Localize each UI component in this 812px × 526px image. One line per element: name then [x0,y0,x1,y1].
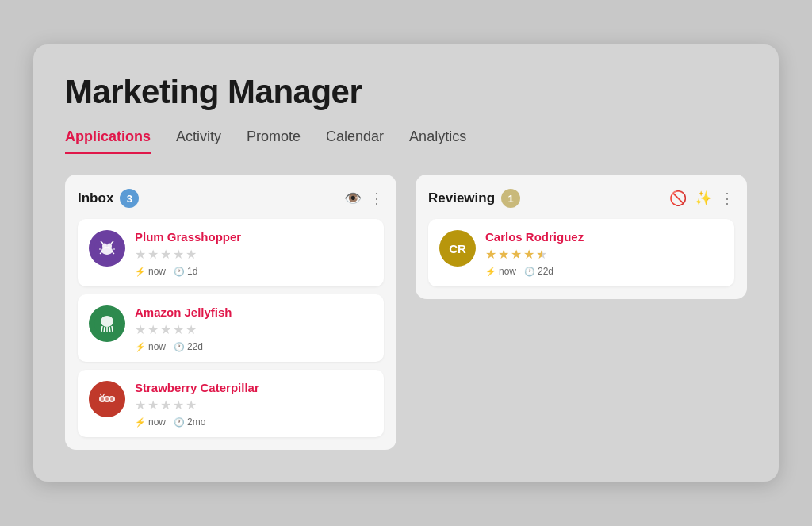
svg-point-2 [102,244,107,249]
star-4[interactable]: ★ [173,397,184,413]
ban-icon[interactable]: 🚫 [669,190,687,207]
applicant-info: Carlos Rodriguez ★ ★ ★ ★ ★ ⚡ now [485,230,723,277]
page-title: Marketing Manager [65,73,747,111]
reviewing-title: Reviewing [428,190,495,206]
clock-icon: 🕐 [174,342,185,352]
avatar [89,230,125,267]
applicant-info: Amazon Jellyfish ★ ★ ★ ★ ★ ⚡ now [135,305,373,352]
star-3[interactable]: ★ [160,397,171,413]
star-5[interactable]: ★ [536,247,547,262]
bolt-icon: ⚡ [485,267,496,277]
svg-line-15 [109,327,110,332]
inbox-menu-icon[interactable]: ⋮ [370,190,384,207]
main-card: Marketing Manager Applications Activity … [33,44,779,482]
duration: 🕐 22d [524,266,553,277]
applicant-name: Carlos Rodriguez [485,230,723,244]
activity-label: now [148,341,166,352]
star-3[interactable]: ★ [160,247,171,262]
duration-label: 22d [187,341,203,352]
star-2[interactable]: ★ [498,247,509,262]
avatar [89,305,125,342]
activity-time: ⚡ now [135,341,166,352]
star-1[interactable]: ★ [135,397,146,413]
inbox-header: Inbox 3 👁️ ⋮ [78,189,384,208]
tab-calendar[interactable]: Calendar [326,129,384,154]
star-4[interactable]: ★ [523,247,534,262]
star-3[interactable]: ★ [511,247,522,262]
inbox-column: Inbox 3 👁️ ⋮ [65,175,396,450]
svg-line-16 [112,326,113,332]
star-4[interactable]: ★ [173,322,184,337]
applicant-info: Plum Grasshopper ★ ★ ★ ★ ★ ⚡ now [135,230,373,277]
activity-label: now [499,266,516,277]
star-3[interactable]: ★ [160,322,171,337]
duration: 🕐 2mo [174,417,205,428]
star-2[interactable]: ★ [147,247,159,262]
avatar: CR [439,230,476,267]
reviewing-menu-icon[interactable]: ⋮ [720,190,734,207]
svg-point-11 [101,316,113,327]
applicant-card[interactable]: Strawberry Caterpillar ★ ★ ★ ★ ★ ⚡ now [78,370,384,437]
activity-time: ⚡ now [135,266,166,277]
svg-point-21 [101,397,104,401]
star-2[interactable]: ★ [147,397,159,413]
tab-promote[interactable]: Promote [247,129,301,154]
duration: 🕐 1d [174,266,197,277]
tab-analytics[interactable]: Analytics [409,129,466,154]
activity-label: now [148,417,166,428]
activity-time: ⚡ now [485,266,516,277]
avatar [89,381,125,417]
tab-activity[interactable]: Activity [176,129,221,154]
bolt-icon: ⚡ [135,417,146,428]
applicant-name: Amazon Jellyfish [135,305,373,319]
clock-icon: 🕐 [174,417,185,428]
applicant-meta: ⚡ now 🕐 1d [135,266,373,277]
svg-line-12 [102,326,102,332]
star-rating: ★ ★ ★ ★ ★ [135,397,373,413]
star-5[interactable]: ★ [186,397,197,413]
bolt-icon: ⚡ [135,342,146,352]
duration-label: 1d [187,266,197,277]
activity-label: now [148,266,166,277]
applicant-info: Strawberry Caterpillar ★ ★ ★ ★ ★ ⚡ now [135,381,373,428]
star-rating: ★ ★ ★ ★ ★ [135,322,373,337]
applicant-meta: ⚡ now 🕐 22d [485,266,723,277]
glasses-icon[interactable]: 👁️ [344,190,362,207]
clock-icon: 🕐 [174,267,185,277]
star-rating: ★ ★ ★ ★ ★ [135,247,373,262]
applicant-name: Strawberry Caterpillar [135,381,373,394]
star-rating: ★ ★ ★ ★ ★ [485,247,723,262]
star-5[interactable]: ★ [186,322,197,337]
duration-label: 22d [538,266,553,277]
bolt-icon: ⚡ [135,267,146,277]
star-4[interactable]: ★ [173,247,184,262]
avatar-initials: CR [449,242,466,255]
star-5[interactable]: ★ [186,247,197,262]
tab-applications[interactable]: Applications [65,129,151,154]
applicant-name: Plum Grasshopper [135,230,373,244]
svg-point-23 [110,397,113,401]
applicant-card[interactable]: CR Carlos Rodriguez ★ ★ ★ ★ ★ ⚡ now [428,219,734,286]
inbox-actions: 👁️ ⋮ [344,190,384,207]
applicant-card[interactable]: Plum Grasshopper ★ ★ ★ ★ ★ ⚡ now [78,219,384,286]
star-2[interactable]: ★ [147,322,159,337]
duration: 🕐 22d [174,341,203,352]
star-1[interactable]: ★ [135,322,146,337]
reviewing-count: 1 [501,189,520,208]
svg-point-3 [107,244,112,249]
duration-label: 2mo [187,417,205,428]
inbox-title: Inbox [78,190,113,206]
star-1[interactable]: ★ [135,247,146,262]
clock-icon: 🕐 [524,267,535,277]
wand-icon[interactable]: ✨ [695,190,712,207]
columns-container: Inbox 3 👁️ ⋮ [65,175,747,450]
applicant-card[interactable]: Amazon Jellyfish ★ ★ ★ ★ ★ ⚡ now [78,294,384,362]
star-1[interactable]: ★ [485,247,496,262]
reviewing-actions: 🚫 ✨ ⋮ [669,190,734,207]
applicant-meta: ⚡ now 🕐 2mo [135,417,373,428]
svg-line-13 [104,327,105,332]
reviewing-header: Reviewing 1 🚫 ✨ ⋮ [428,189,734,208]
reviewing-column: Reviewing 1 🚫 ✨ ⋮ CR Carlos Rodriguez ★ [416,175,747,299]
tab-nav: Applications Activity Promote Calendar A… [65,129,747,154]
svg-point-22 [105,397,109,401]
